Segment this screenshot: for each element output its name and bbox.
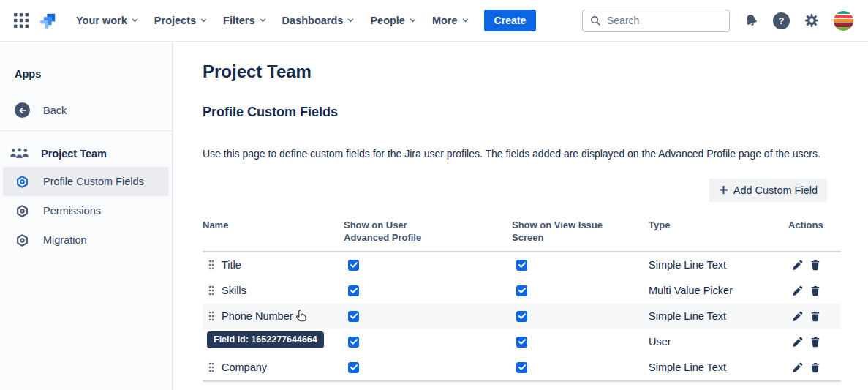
create-button[interactable]: Create — [484, 10, 537, 31]
user-avatar[interactable] — [834, 11, 853, 31]
sidebar-back-button[interactable]: Back — [0, 102, 172, 118]
search-input[interactable] — [607, 15, 717, 26]
custom-fields-table: Name Show on User Advanced Profile Show … — [203, 219, 841, 382]
checkbox-view-issue[interactable] — [516, 337, 527, 348]
plus-icon — [719, 185, 728, 195]
help-icon[interactable]: ? — [773, 12, 790, 29]
edit-icon[interactable] — [792, 260, 803, 271]
drag-handle-icon[interactable] — [208, 285, 214, 296]
sidebar-item-migration[interactable]: Migration — [3, 225, 169, 255]
checkbox-advanced-profile[interactable] — [348, 285, 359, 296]
delete-icon[interactable] — [810, 260, 820, 271]
main-menu: Your work Projects Filters Dashboards Pe… — [68, 9, 477, 32]
checkbox-advanced-profile[interactable] — [348, 260, 359, 271]
sidebar-item-profile-custom-fields[interactable]: Profile Custom Fields — [3, 167, 169, 196]
menu-your-work[interactable]: Your work — [68, 9, 146, 32]
column-header-actions: Actions — [788, 219, 841, 232]
settings-gear-icon[interactable] — [804, 12, 820, 29]
menu-label: Dashboards — [282, 15, 344, 26]
checkbox-advanced-profile[interactable] — [348, 362, 359, 373]
chevron-down-icon — [462, 18, 469, 23]
sidebar: Apps Back Project Team — [0, 42, 173, 390]
sidebar-item-label: Profile Custom Fields — [43, 176, 144, 187]
page-description: Use this page to define custom fields fo… — [203, 147, 841, 162]
table-row: Field id: 1652277644664 User — [203, 329, 841, 355]
field-name: Skills — [222, 285, 246, 296]
checkbox-view-issue[interactable] — [516, 285, 527, 296]
table-header-row: Name Show on User Advanced Profile Show … — [203, 219, 841, 252]
chevron-down-icon — [132, 18, 138, 23]
add-custom-field-button[interactable]: Add Custom Field — [709, 179, 827, 202]
page-title: Project Team — [203, 61, 841, 82]
nut-icon — [16, 234, 29, 247]
section-title: Profile Custom Fields — [203, 105, 841, 120]
chevron-down-icon — [260, 18, 266, 23]
column-header-name: Name — [203, 219, 344, 232]
checkbox-view-issue[interactable] — [516, 362, 527, 373]
field-type: Multi Value Picker — [649, 285, 733, 296]
table-row: Company Simple Line Text — [203, 355, 841, 380]
add-custom-field-label: Add Custom Field — [733, 184, 818, 196]
menu-people[interactable]: People — [362, 9, 424, 32]
sidebar-divider — [0, 130, 172, 131]
sidebar-app-header: Project Team — [0, 140, 172, 167]
drag-handle-icon[interactable] — [208, 311, 214, 321]
checkbox-view-issue[interactable] — [516, 311, 527, 322]
field-type: Simple Line Text — [649, 310, 726, 322]
sidebar-item-label: Permissions — [43, 205, 101, 217]
menu-projects[interactable]: Projects — [146, 9, 215, 32]
chevron-down-icon — [410, 18, 416, 23]
field-name: Title — [222, 259, 241, 271]
checkbox-view-issue[interactable] — [516, 260, 527, 271]
chevron-down-icon — [200, 18, 207, 23]
search-icon — [590, 15, 601, 26]
field-id-tooltip: Field id: 1652277644664 — [207, 331, 324, 348]
delete-icon[interactable] — [810, 362, 820, 373]
table-row: Phone Number Simple Line Text — [203, 304, 841, 329]
table-row: Title Simple Line Text — [203, 252, 841, 278]
delete-icon[interactable] — [810, 285, 820, 296]
table-row: Skills Multi Value Picker — [203, 278, 841, 304]
back-arrow-icon — [15, 102, 30, 118]
sidebar-item-permissions[interactable]: Permissions — [3, 196, 169, 225]
search-box[interactable] — [582, 10, 730, 32]
edit-icon[interactable] — [792, 285, 803, 296]
field-type: Simple Line Text — [649, 361, 726, 373]
chevron-down-icon — [347, 18, 354, 23]
menu-label: Filters — [223, 15, 255, 26]
field-type: User — [649, 336, 671, 348]
back-label: Back — [43, 105, 67, 116]
checkbox-advanced-profile[interactable] — [348, 337, 359, 348]
edit-icon[interactable] — [792, 362, 803, 373]
menu-filters[interactable]: Filters — [215, 9, 274, 32]
notifications-bell-icon[interactable] — [744, 13, 759, 29]
delete-icon[interactable] — [810, 311, 820, 322]
team-people-icon — [10, 146, 29, 161]
delete-icon[interactable] — [810, 337, 820, 348]
sidebar-section-title: Apps — [0, 68, 172, 80]
edit-icon[interactable] — [792, 337, 803, 348]
field-name: Company — [222, 361, 267, 373]
top-navigation: Your work Projects Filters Dashboards Pe… — [0, 0, 868, 42]
app-switcher-icon[interactable] — [12, 11, 31, 30]
drag-handle-icon[interactable] — [208, 260, 214, 270]
column-header-view-issue: Show on View Issue Screen — [512, 219, 649, 244]
menu-more[interactable]: More — [424, 9, 477, 32]
sidebar-item-label: Migration — [43, 234, 87, 246]
column-header-type: Type — [649, 219, 788, 232]
nut-icon — [16, 205, 29, 217]
field-type: Simple Line Text — [649, 259, 726, 271]
main-content: Project Team Profile Custom Fields Use t… — [173, 42, 868, 390]
field-name: Phone Number — [222, 310, 293, 322]
jira-logo-icon[interactable] — [38, 11, 58, 31]
sidebar-app-title: Project Team — [41, 148, 107, 160]
menu-label: People — [370, 15, 405, 26]
menu-label: More — [432, 15, 458, 26]
nut-icon — [16, 176, 29, 188]
menu-dashboards[interactable]: Dashboards — [274, 9, 363, 32]
checkbox-advanced-profile[interactable] — [348, 311, 359, 322]
drag-handle-icon[interactable] — [208, 362, 214, 372]
menu-label: Your work — [76, 15, 127, 26]
edit-icon[interactable] — [792, 311, 803, 322]
menu-label: Projects — [154, 15, 196, 26]
